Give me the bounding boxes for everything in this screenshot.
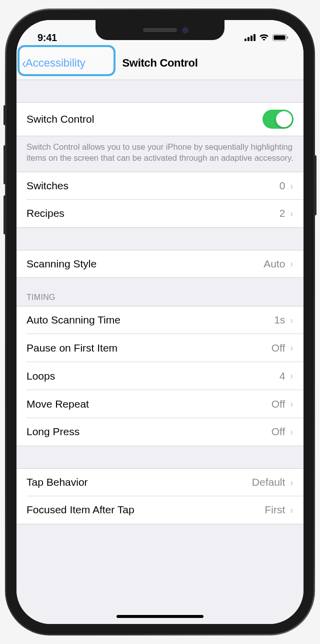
cell-loops[interactable]: Loops 4 › <box>16 362 304 390</box>
volume-down-button <box>4 195 6 234</box>
mute-switch <box>4 105 6 125</box>
cell-value: Off <box>272 398 286 410</box>
cell-scanning-style[interactable]: Scanning Style Auto › <box>16 250 304 278</box>
side-button <box>314 155 316 215</box>
cell-move-repeat[interactable]: Move Repeat Off › <box>16 390 304 418</box>
cell-label: Tap Behavior <box>26 476 88 488</box>
toggle-knob <box>276 111 292 127</box>
cellular-signal-icon <box>244 34 256 41</box>
cell-pause-on-first-item[interactable]: Pause on First Item Off › <box>16 334 304 362</box>
cell-switches[interactable]: Switches 0 › <box>16 172 304 200</box>
cell-value: 4 <box>280 370 286 382</box>
navigation-bar: ‹ Accessibility Switch Control <box>16 46 304 80</box>
cell-label: Pause on First Item <box>26 342 118 354</box>
cell-value: Off <box>272 342 286 354</box>
cell-long-press[interactable]: Long Press Off › <box>16 418 304 446</box>
wifi-icon <box>259 34 269 41</box>
cell-value: Auto <box>264 258 285 270</box>
cell-label: Switches <box>26 180 68 192</box>
cell-label: Scanning Style <box>26 258 96 270</box>
notch <box>96 20 224 40</box>
chevron-right-icon: › <box>290 398 293 410</box>
chevron-right-icon: › <box>290 477 293 488</box>
page-title: Switch Control <box>122 57 198 70</box>
settings-content[interactable]: Switch Control Switch Control allows you… <box>16 80 304 624</box>
cell-value: Off <box>272 426 286 438</box>
cell-value: First <box>265 504 286 516</box>
cell-recipes[interactable]: Recipes 2 › <box>16 200 304 228</box>
svg-rect-6 <box>287 37 288 39</box>
cell-value: 0 <box>280 180 286 192</box>
status-icons <box>244 34 288 41</box>
cell-label: Switch Control <box>26 113 94 125</box>
cell-label: Loops <box>26 370 55 382</box>
back-button[interactable]: ‹ Accessibility <box>20 53 90 74</box>
speaker-grille <box>143 28 177 32</box>
phone-frame: 9:41 <box>6 10 314 634</box>
cell-focused-item-after-tap[interactable]: Focused Item After Tap First › <box>16 496 304 524</box>
section-header-timing: TIMING <box>16 278 304 306</box>
cell-label: Focused Item After Tap <box>26 504 134 516</box>
svg-rect-3 <box>254 34 256 41</box>
switch-control-toggle[interactable] <box>262 110 294 129</box>
cell-tap-behavior[interactable]: Tap Behavior Default › <box>16 468 304 496</box>
chevron-right-icon: › <box>290 258 293 269</box>
chevron-right-icon: › <box>290 180 293 192</box>
home-indicator[interactable] <box>116 615 204 618</box>
chevron-left-icon: ‹ <box>22 55 26 72</box>
cell-value: Default <box>252 476 286 488</box>
chevron-right-icon: › <box>290 208 293 219</box>
screen: 9:41 <box>16 20 304 624</box>
chevron-right-icon: › <box>290 370 293 382</box>
back-button-label: Accessibility <box>26 57 86 70</box>
cell-switch-control-toggle[interactable]: Switch Control <box>16 102 304 136</box>
status-time: 9:41 <box>38 32 57 44</box>
cell-auto-scanning-time[interactable]: Auto Scanning Time 1s › <box>16 306 304 334</box>
cell-label: Long Press <box>26 426 80 438</box>
cell-label: Recipes <box>26 207 64 219</box>
cell-label: Move Repeat <box>26 398 89 410</box>
chevron-right-icon: › <box>290 342 293 354</box>
svg-rect-1 <box>248 37 250 41</box>
svg-rect-0 <box>244 39 246 41</box>
chevron-right-icon: › <box>290 426 293 438</box>
cell-label: Auto Scanning Time <box>26 314 120 326</box>
chevron-right-icon: › <box>290 504 293 516</box>
battery-icon <box>272 34 288 41</box>
cell-value: 2 <box>280 207 286 219</box>
svg-rect-5 <box>274 36 286 40</box>
front-camera <box>182 27 188 34</box>
chevron-right-icon: › <box>290 314 293 326</box>
svg-rect-2 <box>250 36 252 41</box>
group-footer: Switch Control allows you to use your iP… <box>16 136 304 172</box>
cell-value: 1s <box>274 314 285 326</box>
volume-up-button <box>4 145 6 184</box>
